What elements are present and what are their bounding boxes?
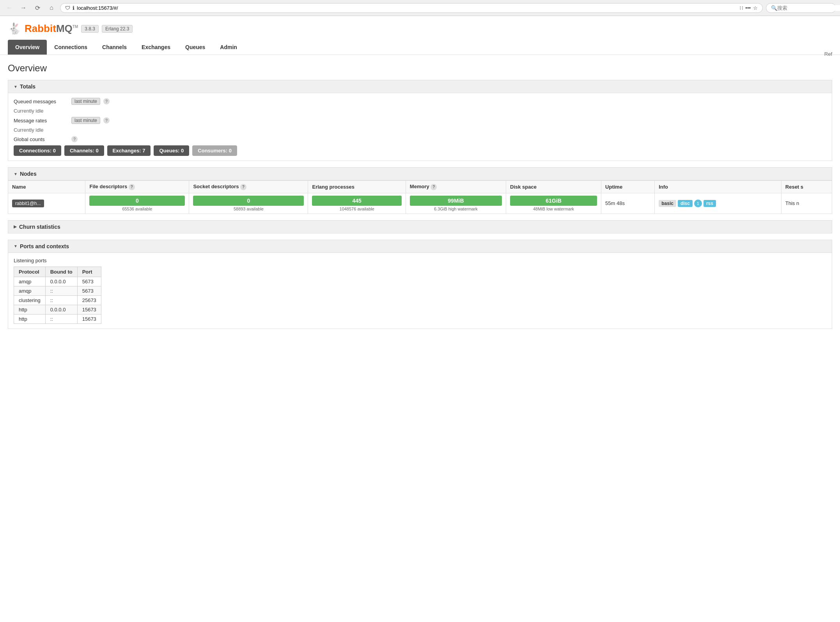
exchanges-count[interactable]: Exchanges: 7 <box>107 145 151 156</box>
ports-header-row: Protocol Bound to Port <box>14 267 101 277</box>
file-desc-sub: 65536 available <box>89 207 185 211</box>
tab-channels[interactable]: Channels <box>95 40 134 55</box>
churn-header[interactable]: ▶ Churn statistics <box>8 220 832 233</box>
queued-messages-badge[interactable]: last minute <box>71 98 100 105</box>
totals-header[interactable]: ▼ Totals <box>8 80 832 93</box>
ports-protocol-cell: http <box>14 314 46 323</box>
global-counts-label: Global counts <box>14 136 68 142</box>
info-icon: ℹ <box>73 5 74 11</box>
totals-arrow: ▼ <box>14 85 18 89</box>
global-counts-help[interactable]: ? <box>71 136 78 142</box>
churn-label: Churn statistics <box>19 224 60 230</box>
col-socket-desc: Socket descriptors ? <box>189 181 308 193</box>
page-title: Overview <box>8 63 832 74</box>
message-rates-badge[interactable]: last minute <box>71 117 100 124</box>
ports-bound-cell: :: <box>45 314 77 323</box>
logo-text: RabbitMQTM <box>25 23 78 35</box>
search-icon: 🔍 <box>771 5 777 11</box>
search-input[interactable] <box>777 5 840 11</box>
col-port: Port <box>77 267 101 277</box>
ports-port-cell: 15673 <box>77 314 101 323</box>
memory-value: 99MiB <box>410 196 502 206</box>
nodes-table: Name File descriptors ? Socket descripto… <box>8 180 832 214</box>
logo-area: 🐇 RabbitMQTM 3.8.3 Erlang 22.3 <box>8 22 832 35</box>
currently-idle-2: Currently idle <box>14 127 826 133</box>
search-bar: 🔍 <box>766 3 836 13</box>
ports-port-cell: 5673 <box>77 277 101 286</box>
ports-table: Protocol Bound to Port amqp 0.0.0.0 5673… <box>14 267 101 324</box>
col-file-desc: File descriptors ? <box>85 181 189 193</box>
url-input[interactable] <box>77 5 737 11</box>
version-badge: 3.8.3 <box>81 25 99 33</box>
listening-label: Listening ports <box>14 258 826 263</box>
ports-protocol-cell: clustering <box>14 295 46 305</box>
queued-messages-row: Queued messages last minute ? <box>14 98 826 105</box>
tab-admin[interactable]: Admin <box>213 40 245 55</box>
node-name-badge[interactable]: rabbit1@h... <box>12 200 44 207</box>
reset-cell: This n <box>781 193 832 214</box>
disk-sub: 48MiB low watermark <box>510 207 597 211</box>
forward-button[interactable]: → <box>18 2 29 13</box>
main-content: Overview ▼ Totals Queued messages last m… <box>0 55 840 343</box>
socket-desc-help[interactable]: ? <box>240 184 246 190</box>
reload-button[interactable]: ⟳ <box>32 2 43 13</box>
ports-header[interactable]: ▼ Ports and contexts <box>8 240 832 253</box>
file-desc-value: 0 <box>89 196 185 206</box>
nodes-header[interactable]: ▼ Nodes <box>8 167 832 180</box>
badge-disc[interactable]: disc <box>678 200 693 207</box>
ports-content: Listening ports Protocol Bound to Port a… <box>8 253 832 329</box>
col-memory: Memory ? <box>406 181 506 193</box>
back-button[interactable]: ← <box>4 2 15 13</box>
memory-help[interactable]: ? <box>431 184 437 190</box>
ports-arrow: ▼ <box>14 244 18 248</box>
badge-rss[interactable]: rss <box>704 200 716 207</box>
browser-chrome: ← → ⟳ ⌂ 🛡 ℹ ∷ ••• ☆ 🔍 <box>0 0 840 16</box>
tab-queues[interactable]: Queues <box>178 40 213 55</box>
address-bar: 🛡 ℹ ∷ ••• ☆ <box>60 3 763 13</box>
tab-connections[interactable]: Connections <box>47 40 95 55</box>
uptime-cell: 55m 48s <box>601 193 655 214</box>
disk-value: 61GiB <box>510 196 597 206</box>
totals-label: Totals <box>20 83 35 90</box>
socket-desc-cell: 0 58893 available <box>189 193 308 214</box>
ports-bound-cell: 0.0.0.0 <box>45 277 77 286</box>
file-desc-cell: 0 65536 available <box>85 193 189 214</box>
consumers-count[interactable]: Consumers: 0 <box>192 145 237 156</box>
ports-protocol-cell: amqp <box>14 286 46 295</box>
ref-text: Ref <box>824 51 832 57</box>
star-icon: ☆ <box>753 5 758 11</box>
ports-bound-cell: 0.0.0.0 <box>45 305 77 314</box>
ports-table-row: http :: 15673 <box>14 314 101 323</box>
channels-count[interactable]: Channels: 0 <box>64 145 104 156</box>
ports-bound-cell: :: <box>45 286 77 295</box>
badge-basic[interactable]: basic <box>659 200 676 207</box>
tab-exchanges[interactable]: Exchanges <box>134 40 178 55</box>
col-protocol: Protocol <box>14 267 46 277</box>
col-reset: Reset s <box>781 181 832 193</box>
logo-tm: TM <box>73 25 78 29</box>
nodes-label: Nodes <box>20 171 37 177</box>
home-button[interactable]: ⌂ <box>46 2 57 13</box>
churn-arrow: ▶ <box>14 224 17 229</box>
currently-idle-1: Currently idle <box>14 108 826 114</box>
security-icon: 🛡 <box>65 5 70 11</box>
ports-section: ▼ Ports and contexts Listening ports Pro… <box>8 240 832 329</box>
message-rates-help[interactable]: ? <box>103 117 110 124</box>
tab-overview[interactable]: Overview <box>8 40 47 55</box>
memory-cell: 99MiB 6.3GiB high watermark <box>406 193 506 214</box>
logo-rabbit: Rabbit <box>25 23 56 34</box>
badge-num: 1 <box>694 200 702 207</box>
file-desc-help[interactable]: ? <box>129 184 135 190</box>
col-bound: Bound to <box>45 267 77 277</box>
queues-count[interactable]: Queues: 0 <box>154 145 189 156</box>
barcode-icon: ∷ <box>740 5 743 11</box>
connections-count[interactable]: Connections: 0 <box>14 145 61 156</box>
ports-protocol-cell: http <box>14 305 46 314</box>
totals-section: ▼ Totals Queued messages last minute ? C… <box>8 80 832 161</box>
queued-messages-help[interactable]: ? <box>103 98 110 104</box>
ports-table-row: http 0.0.0.0 15673 <box>14 305 101 314</box>
memory-sub: 6.3GiB high watermark <box>410 207 502 211</box>
node-name-cell: rabbit1@h... <box>8 193 85 214</box>
erlang-sub: 1048576 available <box>312 207 401 211</box>
ports-port-cell: 25673 <box>77 295 101 305</box>
